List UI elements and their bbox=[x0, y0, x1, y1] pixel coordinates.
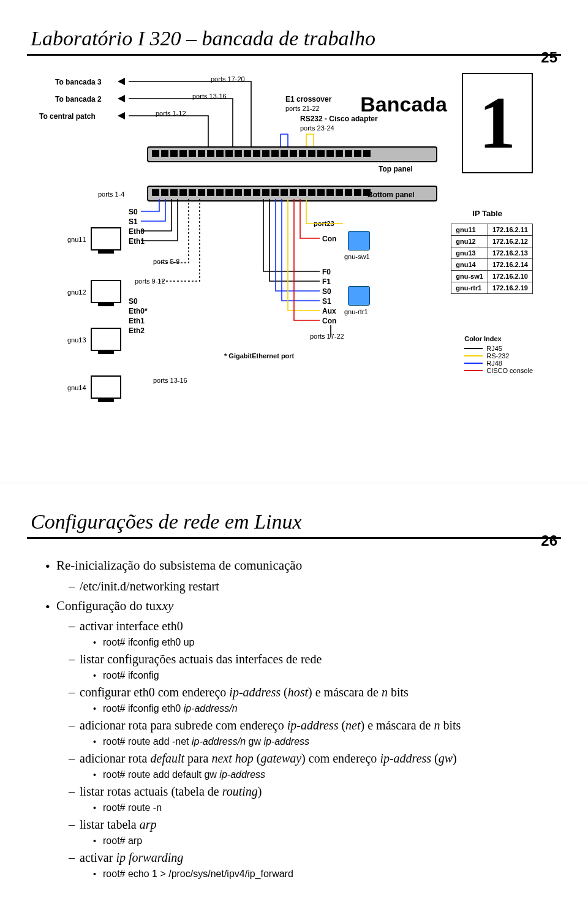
iface-s1: S1 bbox=[129, 217, 138, 226]
title-rule bbox=[27, 54, 561, 56]
ports-1-4: ports 1-4 bbox=[98, 190, 124, 198]
iface-eth1: Eth1 bbox=[129, 237, 145, 246]
list-item: adicionar rota default para next hop (ga… bbox=[69, 749, 551, 767]
list-item: root# route -n bbox=[93, 801, 551, 815]
page-number: 25 bbox=[541, 49, 557, 66]
list-item: root# ifconfig bbox=[93, 668, 551, 683]
table-row: gnu14172.16.2.14 bbox=[451, 259, 533, 271]
bottom-panel-label: Bottom panel bbox=[368, 190, 415, 199]
list-item: root# echo 1 > /proc/sys/net/ipv4/ip_for… bbox=[93, 867, 551, 881]
color-index-item: RJ45 bbox=[464, 345, 533, 352]
ports-5-8: ports 5-8 bbox=[153, 258, 179, 265]
f0: F0 bbox=[322, 268, 331, 276]
iface-s0: S0 bbox=[129, 208, 138, 216]
con-rtr: Con bbox=[322, 317, 336, 325]
list-item: root# route add default gw ip-address bbox=[93, 767, 551, 782]
gnu14-label: gnu14 bbox=[67, 384, 86, 391]
list-item: adicionar rota para subrede com endereço… bbox=[69, 716, 551, 734]
iface-eth1b: Eth1 bbox=[129, 317, 145, 325]
slide2-title: Configurações de rede em Linux bbox=[31, 510, 557, 533]
s1-rtr: S1 bbox=[322, 297, 331, 306]
arrow-left-icon bbox=[118, 95, 125, 102]
rs232-adapter: RS232 - Cisco adapter bbox=[300, 115, 378, 123]
dest-bancada3-ports: ports 17-20 bbox=[211, 75, 245, 83]
list-item: Re-inicialização do subsistema de comuni… bbox=[45, 556, 551, 576]
dest-bancada3: To bancada 3 bbox=[55, 78, 102, 86]
bancada-label: Bancada bbox=[360, 92, 447, 116]
color-index-title: Color Index bbox=[464, 335, 533, 342]
color-index: Color Index RJ45RS-232RJ48CISCO console bbox=[464, 335, 533, 374]
monitor-gnu12 bbox=[91, 280, 121, 303]
color-index-item: CISCO console bbox=[464, 367, 533, 374]
e1-crossover: E1 crossover bbox=[285, 95, 331, 104]
monitor-gnu13 bbox=[91, 328, 121, 351]
table-row: gnu11172.16.2.11 bbox=[451, 224, 533, 236]
ports-13-16: ports 13-16 bbox=[153, 377, 187, 384]
dest-bancada2-ports: ports 13-16 bbox=[192, 92, 227, 100]
color-index-item: RJ48 bbox=[464, 360, 533, 367]
list-item: configurar eth0 com endereço ip-address … bbox=[69, 683, 551, 701]
color-index-item: RS-232 bbox=[464, 352, 533, 360]
slide-1: 25 Laboratório I 320 – bancada de trabal… bbox=[0, 27, 588, 483]
iface-eth0star: Eth0* bbox=[129, 307, 148, 315]
switch-icon bbox=[348, 231, 370, 251]
f1: F1 bbox=[322, 277, 331, 286]
slide2-body: Re-inicialização do subsistema de comuni… bbox=[37, 556, 551, 881]
con-label-sw: Con bbox=[322, 235, 336, 243]
ports-23-24: ports 23-24 bbox=[300, 124, 334, 132]
bancada-number-box: 1 bbox=[462, 73, 533, 173]
slide-2: 26 Configurações de rede em Linux Re-ini… bbox=[0, 510, 588, 912]
arrow-left-icon bbox=[118, 78, 125, 85]
port23-label: port23 bbox=[314, 220, 334, 227]
iface-eth2: Eth2 bbox=[129, 326, 145, 335]
gnu13-label: gnu13 bbox=[67, 336, 86, 344]
dest-central: To central patch bbox=[39, 112, 96, 121]
bancada-number: 1 bbox=[479, 82, 516, 164]
arrow-left-icon bbox=[118, 112, 125, 119]
top-panel-label: Top panel bbox=[379, 165, 413, 173]
iface-eth0: Eth0 bbox=[129, 227, 145, 236]
gbe-note: * GigabitEthernet port bbox=[224, 352, 294, 360]
table-row: gnu-rtr1172.16.2.19 bbox=[451, 282, 533, 294]
monitor-gnu14 bbox=[91, 375, 121, 399]
table-row: gnu-sw1172.16.2.10 bbox=[451, 271, 533, 282]
ports-21-22: ports 21-22 bbox=[285, 105, 320, 112]
gnu-rtr1-label: gnu-rtr1 bbox=[344, 308, 368, 315]
page-number: 26 bbox=[541, 532, 557, 549]
ip-table-title: IP Table bbox=[472, 209, 502, 218]
aux: Aux bbox=[322, 307, 336, 315]
list-item: /etc/init.d/networking restart bbox=[69, 577, 551, 595]
gnu11-label: gnu11 bbox=[67, 236, 86, 243]
dest-bancada2: To bancada 2 bbox=[55, 95, 102, 104]
list-item: root# ifconfig eth0 up bbox=[93, 635, 551, 650]
router-icon bbox=[348, 286, 370, 306]
ports-17-22: ports 17-22 bbox=[310, 333, 344, 340]
list-item: Configuração do tuxxy bbox=[45, 597, 551, 616]
list-item: listar tabela arp bbox=[69, 815, 551, 834]
title-rule bbox=[27, 537, 561, 539]
list-item: root# route add -net ip-address/n gw ip-… bbox=[93, 734, 551, 749]
iface-s0b: S0 bbox=[129, 297, 138, 306]
gnu12-label: gnu12 bbox=[67, 288, 86, 296]
table-row: gnu12172.16.2.12 bbox=[451, 236, 533, 247]
ports-9-12: ports 9-12 bbox=[135, 277, 165, 285]
list-item: listar rotas actuais (tabela de routing) bbox=[69, 782, 551, 801]
slide1-title: Laboratório I 320 – bancada de trabalho bbox=[31, 27, 557, 50]
gnu-sw1-label: gnu-sw1 bbox=[344, 253, 370, 260]
dest-central-ports: ports 1-12 bbox=[156, 110, 186, 117]
ip-table: gnu11172.16.2.11gnu12172.16.2.12gnu13172… bbox=[451, 224, 533, 294]
list-item: root# ifconfig eth0 ip-address/n bbox=[93, 701, 551, 716]
table-row: gnu13172.16.2.13 bbox=[451, 247, 533, 259]
list-item: root# arp bbox=[93, 834, 551, 848]
s0-rtr: S0 bbox=[322, 287, 331, 296]
list-item: listar configurações actuais das interfa… bbox=[69, 650, 551, 668]
patch-dots bbox=[148, 148, 436, 159]
monitor-gnu11 bbox=[91, 227, 121, 251]
list-item: activar ip forwarding bbox=[69, 848, 551, 867]
top-patch-panel bbox=[147, 146, 437, 162]
diagram: To bancada 3 ports 17-20 To bancada 2 po… bbox=[37, 73, 551, 428]
list-item: activar interface eth0 bbox=[69, 617, 551, 635]
